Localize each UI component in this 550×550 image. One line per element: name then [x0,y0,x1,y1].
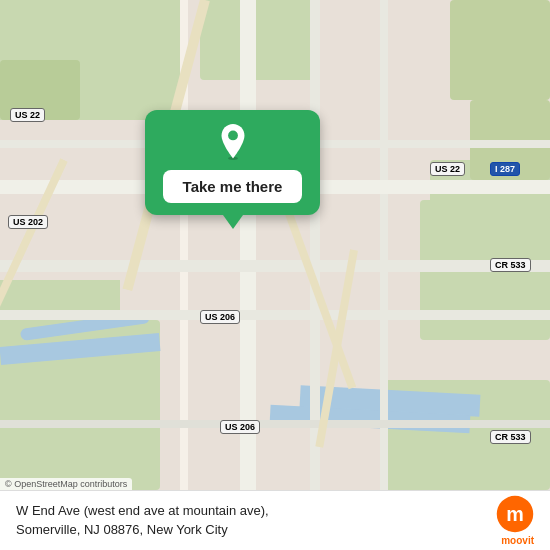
road [310,0,320,490]
highway-shield-cr533: CR 533 [490,430,531,444]
highway-shield-us22: US 22 [430,162,465,176]
highway-shield-us202: US 202 [8,215,48,229]
road [0,260,550,272]
svg-text:m: m [506,503,524,525]
moovit-logo: m moovit [496,495,534,546]
location-pin-icon [215,124,251,160]
address-line1: W End Ave (west end ave at mountain ave)… [16,502,484,520]
map-view: US 22 US 22 US 202 US 206 US 206 I 287 C… [0,0,550,490]
popup-box: Take me there [145,110,320,215]
moovit-logo-icon: m [496,495,534,533]
moovit-label: moovit [501,535,534,546]
road [0,420,550,428]
address-text: W End Ave (west end ave at mountain ave)… [16,502,484,538]
highway-shield-cr533: CR 533 [490,258,531,272]
highway-shield-us22: US 22 [10,108,45,122]
highway-shield-i287: I 287 [490,162,520,176]
road [240,0,256,490]
map-attribution: © OpenStreetMap contributors [0,478,132,490]
highway-shield-us206: US 206 [220,420,260,434]
road [380,0,388,490]
svg-point-1 [228,131,238,141]
green-zone [450,0,550,100]
take-me-there-button[interactable]: Take me there [163,170,302,203]
address-line2: Somerville, NJ 08876, New York City [16,521,484,539]
popup-tail [223,215,243,229]
highway-shield-us206: US 206 [200,310,240,324]
map-popup: Take me there [145,110,320,229]
green-zone [200,0,320,80]
info-bar: W End Ave (west end ave at mountain ave)… [0,490,550,550]
road [0,310,550,320]
